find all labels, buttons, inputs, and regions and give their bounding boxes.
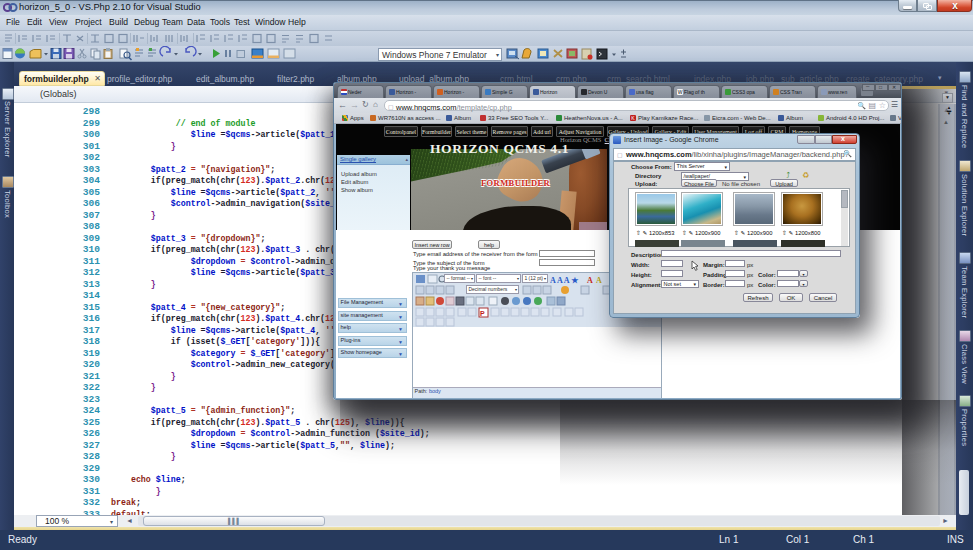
svg-text:A A A ★: A A A ★: [550, 276, 579, 285]
svg-text:A: A: [587, 276, 593, 285]
svg-text:A: A: [596, 276, 602, 285]
svg-text:P: P: [480, 310, 485, 317]
